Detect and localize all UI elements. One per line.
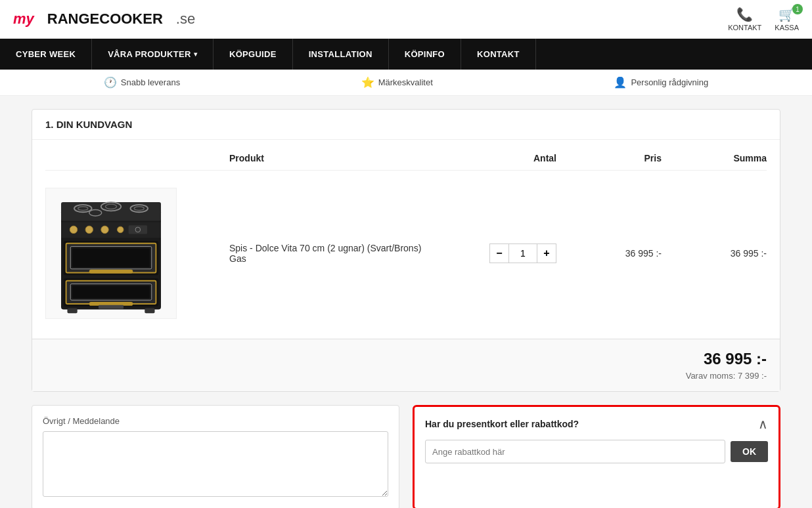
phone-icon: 📞 <box>736 7 753 22</box>
cart-total-row: 36 995 :- Varav moms: 7 399 :- <box>32 339 780 391</box>
cart-total-vat: Varav moms: 7 399 :- <box>45 371 767 381</box>
cart-section-title: 1. DIN KUNDVAGN <box>32 110 780 140</box>
info-advice: 👤 Personlig rådgivning <box>614 76 708 89</box>
cart-row: Spis - Dolce Vita 70 cm (2 ugnar) (Svart… <box>45 181 767 326</box>
header-actions: 📞 KONTAKT 🛒 1 KASSA <box>728 7 799 32</box>
info-quality: ⭐ Märkeskvalitet <box>361 76 433 89</box>
coupon-section: Har du presentkort eller rabattkod? ∧ OK <box>413 405 780 508</box>
nav-label-kopinfo: Köpinfo <box>405 49 445 59</box>
qty-increase-button[interactable]: + <box>537 243 556 263</box>
coupon-input[interactable] <box>425 440 725 463</box>
svg-point-13 <box>118 226 124 233</box>
bottom-section: Övrigt / Meddelande Har du presentkort e… <box>32 405 780 508</box>
main-content: 1. DIN KUNDVAGN Produkt Antal Pris Summa <box>18 109 794 508</box>
col-produkt <box>45 153 229 163</box>
nav-label-vara-produkter: Våra produkter <box>108 49 191 59</box>
page-header: myRANGECOOKER.se 📞 KONTAKT 🛒 1 KASSA <box>0 0 812 39</box>
nav-label-kontakt: Kontakt <box>477 49 520 59</box>
qty-input[interactable] <box>509 243 537 263</box>
cart-total-amount: 36 995 :- <box>45 350 767 368</box>
svg-rect-27 <box>145 308 154 314</box>
logo-main: RANGECOOKER <box>34 11 176 27</box>
nav-item-installation[interactable]: Installation <box>293 39 389 70</box>
info-bar: 🕐 Snabb leverans ⭐ Märkeskvalitet 👤 Pers… <box>0 70 812 96</box>
svg-rect-19 <box>72 248 150 267</box>
nav-label-installation: Installation <box>309 49 372 59</box>
logo-se: .se <box>176 11 195 27</box>
cart-label: KASSA <box>775 24 799 32</box>
svg-rect-28 <box>99 305 124 309</box>
svg-rect-20 <box>89 270 133 274</box>
coupon-ok-button[interactable]: OK <box>731 441 768 462</box>
chevron-down-icon: ▾ <box>194 51 197 58</box>
col-produkt-label: Produkt <box>229 153 451 163</box>
svg-point-11 <box>85 226 93 233</box>
svg-rect-14 <box>129 225 148 234</box>
cart-section: 1. DIN KUNDVAGN Produkt Antal Pris Summa <box>32 109 780 392</box>
svg-rect-24 <box>72 286 150 298</box>
message-textarea[interactable] <box>43 431 388 497</box>
nav-item-cyber-week[interactable]: CYBER WEEK <box>0 39 92 70</box>
coupon-title: Har du presentkort eller rabattkod? <box>425 419 579 429</box>
person-icon: 👤 <box>614 76 627 89</box>
nav-item-kontakt[interactable]: Kontakt <box>461 39 536 70</box>
svg-rect-1 <box>61 202 161 221</box>
product-name: Spis - Dolce Vita 70 cm (2 ugnar) (Svart… <box>229 243 451 264</box>
svg-point-10 <box>70 226 77 233</box>
price-cell: 36 995 :- <box>556 248 662 259</box>
coupon-header: Har du presentkort eller rabattkod? ∧ <box>425 417 768 431</box>
col-pris: Pris <box>556 153 662 163</box>
main-nav: CYBER WEEK Våra produkter ▾ Köpguide Ins… <box>0 39 812 70</box>
qty-decrease-button[interactable]: − <box>489 243 509 263</box>
nav-item-kopguide[interactable]: Köpguide <box>214 39 293 70</box>
col-summa: Summa <box>662 153 767 163</box>
nav-label-kopguide: Köpguide <box>229 49 277 59</box>
message-section: Övrigt / Meddelande <box>32 405 399 508</box>
cart-table-header: Produkt Antal Pris Summa <box>45 153 767 171</box>
contact-label: KONTAKT <box>728 24 761 32</box>
cart-button[interactable]: 🛒 1 KASSA <box>775 7 799 32</box>
svg-rect-26 <box>68 308 78 314</box>
coupon-toggle-button[interactable]: ∧ <box>758 417 768 431</box>
summa-cell: 36 995 :- <box>662 248 767 259</box>
nav-label-cyber-week: CYBER WEEK <box>16 49 76 59</box>
cooker-svg <box>52 191 170 316</box>
product-image-container <box>45 181 229 326</box>
nav-item-kopinfo[interactable]: Köpinfo <box>389 39 461 70</box>
clock-icon: 🕐 <box>104 76 117 89</box>
contact-button[interactable]: 📞 KONTAKT <box>728 7 761 32</box>
svg-point-12 <box>101 226 108 233</box>
coupon-input-row: OK <box>425 440 768 463</box>
col-antal: Antal <box>451 153 556 163</box>
logo[interactable]: myRANGECOOKER.se <box>13 11 195 28</box>
advice-label: Personlig rådgivning <box>631 77 708 87</box>
qty-control: − + <box>489 243 556 263</box>
message-label: Övrigt / Meddelande <box>43 416 388 426</box>
cart-table: Produkt Antal Pris Summa <box>32 140 780 339</box>
quality-label: Märkeskvalitet <box>378 77 433 87</box>
nav-item-vara-produkter[interactable]: Våra produkter ▾ <box>92 39 214 70</box>
cart-badge: 1 <box>792 4 803 14</box>
delivery-label: Snabb leverans <box>121 77 180 87</box>
info-delivery: 🕐 Snabb leverans <box>104 76 180 89</box>
logo-my: my <box>13 11 34 27</box>
qty-container: − + <box>451 243 556 263</box>
star-icon: ⭐ <box>361 76 374 89</box>
product-image <box>45 188 177 319</box>
